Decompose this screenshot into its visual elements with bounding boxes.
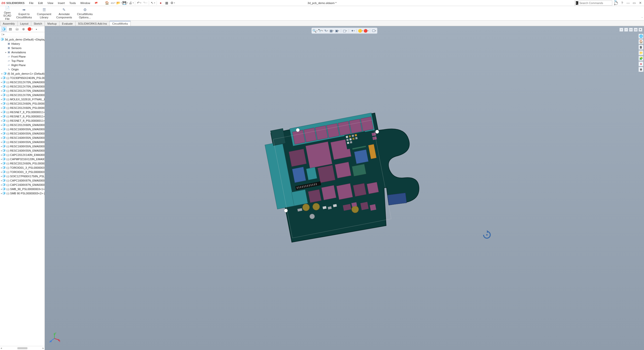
tree-item[interactable]: ▸🧊(-) RESC1608X55N_EMA000027 — [0, 136, 45, 140]
tree-item[interactable]: ▸🧊(-) RESNET_8_PSL00000011<2> — [0, 114, 45, 118]
config-manager-tab-icon[interactable]: 🗂 — [14, 27, 20, 32]
tree-filter[interactable]: ▽▾ — [0, 32, 45, 37]
hud-button[interactable]: 🔭 — [318, 28, 323, 33]
tree-item[interactable]: ↳Origin — [0, 67, 45, 71]
dimxpert-tab-icon[interactable]: ⊕ — [21, 27, 26, 32]
vp-maximize-icon[interactable]: ▭ — [634, 28, 638, 32]
menu-window[interactable]: Window — [78, 1, 92, 5]
tree-item[interactable]: ▸🧊(-) RESC1608X55N_EMA000027 — [0, 144, 45, 148]
tree-item[interactable]: ▱Right Plane — [0, 63, 45, 67]
tree-item[interactable]: ▸🧊(-) RESC2012X70N_EMA000038 — [0, 84, 45, 89]
tree-item[interactable]: ▣Sensors — [0, 46, 45, 50]
taskpane-tab-1[interactable]: 🏠 — [638, 39, 643, 44]
tree-item[interactable]: ▸🧊(-) SMB_90_PSL00000003<1> (I — [0, 187, 45, 191]
tree-item[interactable]: ▸🧊(-) CAPMP3216X120N_EMA00 — [0, 157, 45, 161]
graphics-viewport[interactable]: 🔍🔭✎▦▣▢✦🟡🔴🖵 ▫ ▫ — ▭ ✕ 🌐🏠🗑📁🧩●≣ — [45, 26, 644, 350]
user-account-icon[interactable]: ◯ — [614, 1, 618, 5]
ribbon-cmd-0[interactable]: 📄Open ECAD File — [1, 6, 14, 21]
tree-horizontal-scrollbar[interactable]: ◂▸ — [0, 346, 45, 350]
cm-tab-circuitworks[interactable]: CircuitWorks — [110, 21, 131, 26]
tree-item[interactable]: ▸🧊(-) SOIC127P600X1758N_PSL00 — [0, 174, 45, 178]
cm-tab-sketch[interactable]: Sketch — [31, 21, 45, 26]
tree-item[interactable]: ▸🧊(-) CAPC1608X87N_EMA00000 — [0, 178, 45, 183]
cm-tab-markup[interactable]: Markup — [45, 21, 59, 26]
tree-item[interactable]: ▸🧊(f) 3d_pcb_demo<1> (Default) — [0, 71, 45, 76]
orientation-triad[interactable]: y x z — [49, 333, 59, 343]
menu-tools[interactable]: Tools — [67, 1, 78, 5]
tree-item[interactable]: ▸🧊(-) RESC2012X70N_EMA000038 — [0, 89, 45, 93]
ribbon-cmd-3[interactable]: ✎Annotate Components — [54, 7, 75, 19]
hud-button[interactable]: ✎ — [324, 28, 328, 33]
restore-icon[interactable]: ▭ — [632, 1, 636, 5]
tree-item[interactable]: ▸🧊(-) CAPC1608X87N_EMA00000 — [0, 183, 45, 187]
taskpane-tab-4[interactable]: 🧩 — [638, 56, 643, 61]
collapse-ribbon-icon[interactable]: ˆ — [642, 17, 642, 20]
feature-manager-tab-icon[interactable]: 🧊 — [1, 27, 7, 32]
ribbon-cmd-4[interactable]: ⚙CircuitWorks Options... — [75, 7, 95, 19]
redo-icon[interactable]: ↷ — [143, 1, 147, 5]
tree-item[interactable]: ▸🧊(-) TO230P950X2403N_PSL0000 — [0, 76, 45, 80]
help-icon[interactable]: ? — [620, 1, 624, 5]
pin-icon[interactable]: 📌 — [92, 0, 100, 6]
hud-button[interactable]: 🔍 — [313, 28, 317, 33]
display-manager-tab-icon[interactable]: 🔴 — [27, 27, 33, 32]
tree-item[interactable]: ▸🧊(-) RESC2012X60N_PSL0000000 — [0, 106, 45, 110]
tree-item[interactable]: ▸▣Annotations — [0, 50, 45, 54]
open-doc-icon[interactable]: 📂 — [117, 1, 121, 5]
minimize-icon[interactable]: — — [626, 1, 630, 5]
undo-icon[interactable]: ↶ — [137, 1, 141, 5]
tree-item[interactable]: ▸🧊(-) RESC1608X55N_EMA000027 — [0, 140, 45, 144]
cm-tab-evaluate[interactable]: Evaluate — [59, 21, 76, 26]
tree-item[interactable]: ▸🧊(-) MOLEX_532618_FITNAIL_EN — [0, 97, 45, 101]
tree-item[interactable]: ▸🧊(-) RESC2012X60N_PSL0000000 — [0, 101, 45, 106]
cm-tab-assembly[interactable]: Assembly — [0, 21, 18, 26]
feature-tree-list[interactable]: 🧊 3d_pcb_demo (Default) <Display St ▣His… — [0, 37, 45, 346]
cm-tab-solidworks-add-ins[interactable]: SOLIDWORKS Add-Ins — [75, 21, 110, 26]
select-arrow-icon[interactable]: ↖ — [151, 1, 155, 5]
rebuild-icon[interactable]: ● — [158, 1, 163, 5]
hud-button[interactable]: 🔴 — [364, 28, 368, 33]
save-icon[interactable]: 💾 — [123, 1, 127, 5]
menu-view[interactable]: View — [45, 1, 55, 5]
vp-tile-icon[interactable]: ▫ — [624, 28, 628, 32]
tree-item[interactable]: ▸🧊(-) CAPC2012X140N_EMA0000 — [0, 153, 45, 157]
tree-item[interactable]: ▸🧊(-) RESC1608X55N_EMA000027 — [0, 148, 45, 153]
command-search[interactable]: >_ 🔍▾ — [575, 1, 612, 6]
property-manager-tab-icon[interactable]: ▤ — [8, 27, 13, 32]
close-icon[interactable]: ✕ — [638, 1, 642, 5]
tree-item[interactable]: ▸🧊(-) RESNET_8_PSL00000011<1> — [0, 110, 45, 114]
tree-item[interactable]: ▸🧊(-) TOROID01_3_PSL00000031< — [0, 170, 45, 174]
search-input[interactable] — [579, 2, 614, 5]
options-table-icon[interactable]: ▦ — [164, 1, 169, 5]
taskpane-tab-2[interactable]: 🗑 — [638, 45, 643, 50]
new-doc-icon[interactable]: ▭ — [111, 1, 115, 5]
hud-button[interactable]: ▢ — [343, 28, 347, 33]
taskpane-tab-0[interactable]: 🌐 — [638, 34, 643, 39]
tree-item[interactable]: ▸🧊(-) RESC1608X55N_EMA000027 — [0, 131, 45, 136]
tree-item[interactable]: ▱Front Plane — [0, 54, 45, 59]
tree-expand-icon[interactable]: ▸ — [34, 27, 39, 32]
tree-item[interactable]: ▸🧊(-) RESC2012X60N_PSL0000001 — [0, 161, 45, 165]
home-icon[interactable]: 🏠 — [105, 1, 109, 5]
settings-gear-icon[interactable]: ⚙ — [170, 1, 175, 5]
tree-expand-icon[interactable]: ▸ — [1, 72, 3, 75]
tree-item[interactable]: ▸🧊(-) RESC2012X70N_EMA000038 — [0, 80, 45, 84]
vp-close-icon[interactable]: ✕ — [638, 28, 642, 32]
ribbon-cmd-1[interactable]: ➡Export to CircuitWorks — [14, 7, 34, 19]
cm-tab-layout[interactable]: Layout — [17, 21, 31, 26]
menu-file[interactable]: File — [27, 1, 35, 5]
tree-item[interactable]: ▸🧊(-) RESC1608X55N_EMA000027 — [0, 127, 45, 131]
hud-button[interactable]: 🖵 — [372, 28, 376, 33]
tree-item[interactable]: ▱Top Plane — [0, 59, 45, 63]
taskpane-tab-5[interactable]: ● — [638, 61, 643, 66]
hud-button[interactable]: 🟡 — [358, 28, 363, 33]
tree-item[interactable]: ▸🧊(-) SMB 90 PSL00000003<2> (I — [0, 191, 45, 195]
vp-new-window-icon[interactable]: ▫ — [619, 28, 623, 32]
menu-insert[interactable]: Insert — [56, 1, 67, 5]
tree-expand-icon[interactable]: ▸ — [5, 51, 7, 54]
hud-button[interactable]: ▦ — [329, 28, 334, 33]
tree-item[interactable]: ▸🧊(-) RESC2012X70N_EMA000038 — [0, 93, 45, 97]
taskpane-tab-6[interactable]: ≣ — [638, 67, 643, 72]
menu-edit[interactable]: Edit — [36, 1, 45, 5]
tree-item[interactable]: ▣History — [0, 41, 45, 46]
